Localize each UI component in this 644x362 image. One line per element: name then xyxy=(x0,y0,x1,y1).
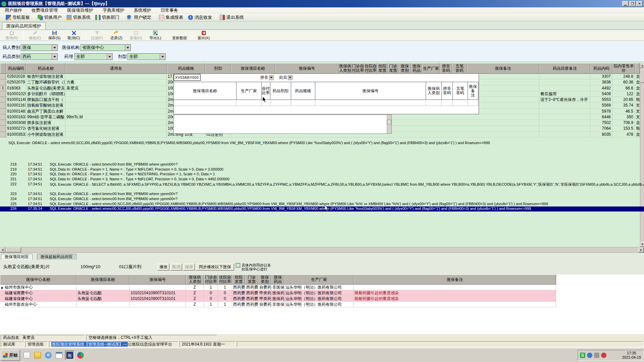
menu-item[interactable]: 字典库维护 xyxy=(98,7,129,13)
sql-log-row[interactable]: 223 17:34:51 SQL Execute: ORACLE - selec… xyxy=(0,192,644,197)
maximize-button[interactable]: ❐ xyxy=(629,1,636,6)
drug-alias-value: 美爱克 xyxy=(22,335,35,340)
sql-log-row[interactable]: 219 17:34:51 SQL Data In: ORACLE - Param… xyxy=(0,167,644,172)
modify-mapping-button[interactable]: 修改 xyxy=(158,263,169,270)
tray-blue-icon[interactable] xyxy=(587,353,592,358)
close-button[interactable]: ✕ xyxy=(636,1,643,6)
quicklaunch-notepad-icon[interactable] xyxy=(54,351,64,360)
quicklaunch-document-icon[interactable] xyxy=(22,351,32,360)
menu-item[interactable]: 用户操作 xyxy=(0,7,27,13)
chevron-down-icon[interactable] xyxy=(107,54,112,60)
cell-unit: 盒 xyxy=(635,91,640,97)
drug-class-select[interactable]: 西药 xyxy=(21,53,58,60)
checkbox-icon[interactable] xyxy=(236,263,240,267)
scrollbar-thumb[interactable] xyxy=(387,120,391,124)
scrollbar-thumb[interactable] xyxy=(6,247,21,252)
minimize-button[interactable]: ▁ xyxy=(622,1,629,6)
tab-over-standard-drugs[interactable]: 医保超标药品对应 xyxy=(37,254,76,260)
table-row[interactable]: 福州市新农合中心 Z 1 1 西药费 西药费 自费药 非医保药 汕头华明（明治）… xyxy=(0,302,556,307)
sync-checkbox[interactable]: 具体内容同步以各 自医保中心进行 xyxy=(236,263,271,271)
start-button[interactable]: 开始 xyxy=(1,350,20,361)
patient-fee-select[interactable]: 医保 xyxy=(21,44,58,51)
sql-log-row[interactable]: 225 17:34:51 SQL Execute: ORACLE - selec… xyxy=(0,202,644,207)
grid-column-header xyxy=(0,63,6,74)
scroll-up-button[interactable] xyxy=(640,63,644,68)
taskbar-clock[interactable]: 17:35 2021-04-19 xyxy=(622,351,641,360)
chevron-down-icon[interactable] xyxy=(52,54,57,60)
log-timestamp: 17:34:51 xyxy=(28,177,42,181)
pharmacology-select[interactable]: 全部 xyxy=(74,53,113,60)
insurance-org-select[interactable]: 省医保中心 xyxy=(80,44,131,51)
menu-item[interactable]: 日常事务 xyxy=(156,7,183,13)
switch-user-button[interactable]: 切换用户 xyxy=(35,14,64,21)
footer-strip: 药品别名: 美爱克 空格键选择医保；CTRL+X手工输入 xyxy=(0,334,644,341)
log-timestamp: 17:34:51 xyxy=(28,167,42,171)
table-column-header: 住院自 付比率 xyxy=(218,275,232,285)
table-row[interactable]: 福建省两费中心 头孢妥仑匹酯 1010210410900T310101 Z 0 … xyxy=(0,290,556,296)
scroll-right-button[interactable] xyxy=(638,247,644,252)
grid-column-header: 医保病 人类别 xyxy=(339,63,352,74)
menu-item[interactable]: 收费项目管理 xyxy=(27,7,62,13)
save-button[interactable]: 保存(S) xyxy=(45,30,64,41)
title-bar: 医院项目管理系统【管理员组--测试库】---【fjlnyy】 ▁ ❐ ✕ xyxy=(0,0,644,7)
reports-button[interactable]: 集成报表 xyxy=(157,14,185,21)
tray-red-icon[interactable] xyxy=(601,353,606,358)
table-row[interactable]: 福建省保健中心 头孢妥仑匹酯 1010210410900T310101 Z 0 … xyxy=(0,296,556,302)
switch-user-icon xyxy=(38,15,43,20)
sql-log-row[interactable]: 220 17:34:51 SQL Data In: ORACLE - Param… xyxy=(0,172,644,177)
horizontal-scrollbar[interactable] xyxy=(0,247,644,252)
restore-button[interactable]: 还原(Z) xyxy=(107,30,126,41)
scroll-left-button[interactable] xyxy=(0,247,5,252)
chevron-down-icon[interactable] xyxy=(269,75,274,80)
query-button[interactable]: 查询(R) xyxy=(2,30,21,41)
sync-insurance-button[interactable]: 同步修改以下医保 xyxy=(196,263,234,270)
save-mapping-button[interactable]: 保存 xyxy=(183,263,195,270)
sql-log-row[interactable]: 221 17:34:51 SQL Data In: ORACLE - Param… xyxy=(0,177,644,182)
chevron-down-icon[interactable] xyxy=(52,45,57,51)
popup-empty-row[interactable] xyxy=(174,100,479,106)
cell-unit: 盒 xyxy=(635,85,640,91)
quicklaunch-his-app-icon[interactable] xyxy=(65,351,74,360)
switch-dept-button[interactable]: 切换部门 xyxy=(93,14,122,21)
options-button[interactable]: 选项(O) xyxy=(126,30,146,41)
chevron-down-icon[interactable] xyxy=(125,45,130,51)
messages-button[interactable]: 消息收发 xyxy=(185,14,214,21)
table-row[interactable]: 福州市医保中心 Z 1 1 西药费 西药费 自费药 非医保药 汕头华明（明治）医… xyxy=(0,285,556,290)
quicklaunch-color-icon[interactable] xyxy=(76,351,85,360)
search-input[interactable]: XV03ABY003 xyxy=(174,74,201,81)
modify-button[interactable]: 修改(E) xyxy=(25,30,45,41)
chevron-down-icon[interactable] xyxy=(160,54,165,60)
mouse-cursor xyxy=(263,97,267,104)
tab-insurance-mapping[interactable]: 医保项目对应 xyxy=(1,254,33,260)
sql-log-row[interactable]: 226 17:35:14 SQL Execute: ORACLE - selec… xyxy=(0,206,644,212)
user-lock-button[interactable]: 用户锁定 xyxy=(125,14,154,21)
menu-item[interactable]: 系统维护 xyxy=(129,7,156,13)
quicklaunch-folder-icon[interactable] xyxy=(33,351,42,360)
cell-retail-price: 60.36 xyxy=(612,79,635,85)
menu-item[interactable]: 医保项目维护 xyxy=(62,7,98,13)
pinyin-mode-select[interactable]: 拼音 xyxy=(260,74,274,80)
cancel-button[interactable]: 取消(C) xyxy=(64,30,84,41)
exit-button[interactable]: 退出(X) xyxy=(194,30,213,41)
sql-log-row[interactable] xyxy=(0,187,644,192)
nav-panel-button[interactable]: 导航面板 xyxy=(3,14,32,21)
sql-log-row[interactable]: 224 17:34:51 SQL Execute: ORACLE - selec… xyxy=(0,197,644,202)
scrollbar-thumb[interactable] xyxy=(640,69,644,83)
sql-log-row[interactable]: 222 17:34:51 SQL Execute: ORACLE - SELEC… xyxy=(0,182,644,187)
tab-yibao-drug-mapping[interactable]: 医保药品对应维护 xyxy=(2,22,46,29)
refresh-data-button[interactable]: 更新数据 xyxy=(169,30,190,41)
match-position-select[interactable]: 前后 xyxy=(279,74,292,80)
exit-system-button[interactable]: 退出系统 xyxy=(217,14,246,21)
switch-system-button[interactable]: 切换系统 xyxy=(64,14,93,21)
chevron-down-icon[interactable] xyxy=(288,75,292,80)
tray-volume-icon[interactable] xyxy=(594,353,599,358)
export-button[interactable]: 导出(L) xyxy=(146,30,165,41)
sql-log-row[interactable]: 218 17:34:51 SQL Execute: ORACLE - selec… xyxy=(0,162,644,167)
log-line-number: 218 xyxy=(10,162,16,166)
dosage-select[interactable]: 全部 xyxy=(127,53,166,60)
quicklaunch-ie-icon[interactable] xyxy=(44,351,53,360)
cancel-mapping-button[interactable]: 取消 xyxy=(170,263,182,270)
tray-sogou-icon[interactable] xyxy=(580,353,585,358)
popup-column-header: 拼音 首码 xyxy=(442,82,453,100)
filter-button[interactable]: 过滤(F) xyxy=(87,30,107,41)
